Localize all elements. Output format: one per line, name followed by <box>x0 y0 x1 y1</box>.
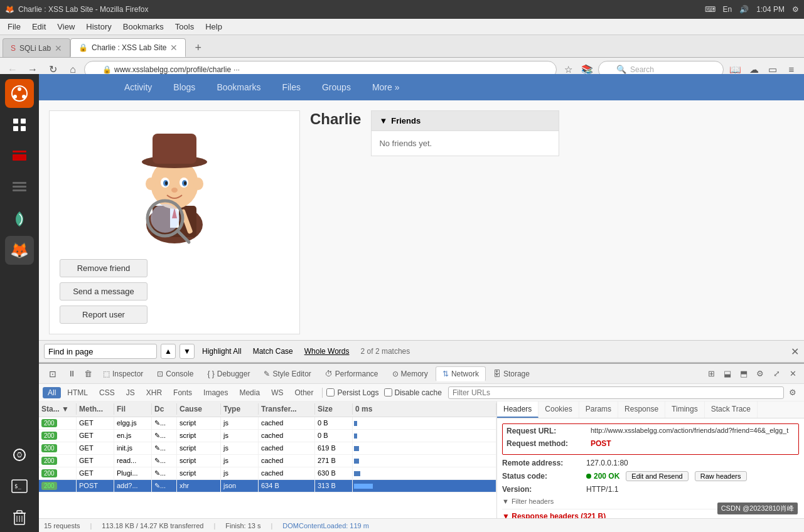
sidebar-icon-2[interactable] <box>5 142 34 171</box>
filter-js[interactable]: JS <box>121 387 140 398</box>
tab-xss[interactable]: 🔒 Charlie : XSS Lab Site ✕ <box>70 38 186 57</box>
sitenav-groups[interactable]: Groups <box>312 77 361 97</box>
menu-bookmarks[interactable]: Bookmarks <box>118 21 169 33</box>
sidebar-firefox-icon[interactable]: 🦊 <box>5 236 34 265</box>
table-row[interactable]: 200 GET en.js ✎... script js cached 0 B <box>39 430 496 442</box>
find-input[interactable] <box>44 344 157 359</box>
devtools-close-icon[interactable]: ✕ <box>785 366 800 381</box>
persist-logs-checkbox[interactable] <box>326 388 335 396</box>
sitenav-bookmarks[interactable]: Bookmarks <box>206 77 271 97</box>
edit-resend-button[interactable]: Edit and Resend <box>626 471 688 481</box>
persist-logs-label[interactable]: Persist Logs <box>326 388 378 397</box>
menu-view[interactable]: View <box>52 21 80 33</box>
devtools-pause-icon[interactable]: ⏸ <box>64 366 79 381</box>
find-close-button[interactable]: ✕ <box>791 346 799 358</box>
match-case-option[interactable]: Match Case <box>249 346 297 357</box>
col-file[interactable]: Fil <box>114 403 152 415</box>
find-next-button[interactable]: ▼ <box>180 344 195 359</box>
devtools-tab-debugger[interactable]: { } Debugger <box>201 367 256 381</box>
filter-css[interactable]: CSS <box>94 387 120 398</box>
devtools-tab-inspector[interactable]: ⬚ Inspector <box>97 367 149 381</box>
devtools-dock-side-icon[interactable]: ⬒ <box>736 366 751 381</box>
filter-xhr[interactable]: XHR <box>141 387 167 398</box>
send-message-button[interactable]: Send a message <box>60 282 147 301</box>
col-size[interactable]: Size <box>315 403 353 415</box>
table-row[interactable]: 200 GET read... ✎... script js cached 27… <box>39 455 496 467</box>
devtools-split-icon[interactable]: ⊞ <box>704 366 719 381</box>
new-tab-button[interactable]: + <box>188 39 208 57</box>
sidebar-ubuntu-icon[interactable] <box>5 79 34 108</box>
devtools-tab-storage[interactable]: 🗄 Storage <box>487 367 536 381</box>
remote-address-label: Remote address: <box>502 459 584 467</box>
col-type[interactable]: Type <box>221 403 259 415</box>
devtools-tab-memory[interactable]: ⊙ Memory <box>386 367 434 381</box>
remove-friend-button[interactable]: Remove friend <box>60 259 147 277</box>
table-row[interactable]: 200 GET init.js ✎... script js cached 61… <box>39 442 496 455</box>
svg-rect-5 <box>21 119 26 124</box>
menu-history[interactable]: History <box>81 21 116 33</box>
details-tab-response[interactable]: Response <box>618 402 665 418</box>
filter-fonts[interactable]: Fonts <box>168 387 197 398</box>
sidebar-icon-3[interactable] <box>5 173 34 202</box>
request-method-label: Request method: <box>507 439 588 448</box>
filter-media[interactable]: Media <box>234 387 265 398</box>
menu-file[interactable]: File <box>3 21 26 33</box>
filter-images[interactable]: Images <box>198 387 233 398</box>
col-transfer[interactable]: Transfer... <box>259 403 315 415</box>
filter-html[interactable]: HTML <box>62 387 93 398</box>
highlight-all-option[interactable]: Highlight All <box>198 346 245 357</box>
sidebar-tools-icon[interactable] <box>5 440 34 469</box>
col-method[interactable]: Meth... <box>77 403 114 415</box>
devtools-tab-network[interactable]: ⇅ Network <box>436 366 486 381</box>
sidebar-wireshark-icon[interactable] <box>5 205 34 233</box>
devtools-tab-style-editor[interactable]: ✎ Style Editor <box>257 367 317 381</box>
filter-urls-input[interactable] <box>448 386 784 399</box>
devtools-toggle-icon[interactable]: ⊡ <box>43 366 63 381</box>
sidebar-terminal-icon[interactable]: $_ <box>5 472 34 501</box>
profile-card: Remove friend Send a message Report user <box>49 110 300 334</box>
details-tab-stack-trace[interactable]: Stack Trace <box>705 402 758 418</box>
filter-ws[interactable]: WS <box>266 387 288 398</box>
col-cause[interactable]: Cause <box>177 403 221 415</box>
details-tab-params[interactable]: Params <box>579 402 618 418</box>
devtools-fullscreen-icon[interactable]: ⤢ <box>769 366 784 381</box>
sidebar-icon-1[interactable] <box>5 110 34 139</box>
sitenav-more[interactable]: More » <box>362 77 410 97</box>
col-dc[interactable]: Dc <box>152 403 177 415</box>
menu-help[interactable]: Help <box>200 21 227 33</box>
sitenav-activity[interactable]: Activity <box>114 77 162 97</box>
sitenav-blogs[interactable]: Blogs <box>163 77 205 97</box>
disable-cache-checkbox[interactable] <box>384 388 392 396</box>
svg-rect-30 <box>153 134 196 164</box>
filter-other[interactable]: Other <box>289 387 318 398</box>
raw-headers-button[interactable]: Raw headers <box>695 471 747 481</box>
url-options-icon[interactable]: ··· <box>233 65 240 74</box>
details-tab-cookies[interactable]: Cookies <box>539 402 579 418</box>
devtools-tab-console[interactable]: ⊡ Console <box>151 367 200 381</box>
devtools-trash-icon[interactable]: 🗑 <box>80 366 95 381</box>
col-status[interactable]: Sta... ▼ <box>39 403 77 415</box>
whole-words-option[interactable]: Whole Words <box>301 346 353 357</box>
devtools-dock-bottom-icon[interactable]: ⬓ <box>720 366 735 381</box>
filter-all[interactable]: All <box>43 387 61 398</box>
find-prev-button[interactable]: ▲ <box>161 344 176 359</box>
tab-xss-close[interactable]: ✕ <box>170 43 178 53</box>
tab-sqli-close[interactable]: ✕ <box>55 43 62 53</box>
devtools-tab-performance[interactable]: ⏱ Performance <box>319 367 385 381</box>
status-sep-2: | <box>213 522 215 529</box>
report-user-button[interactable]: Report user <box>60 306 147 324</box>
filter-options-icon[interactable]: ⚙ <box>785 385 800 400</box>
devtools-settings-icon[interactable]: ⚙ <box>753 366 768 381</box>
table-row[interactable]: 200 GET Plugi... ✎... script js cached 6… <box>39 467 496 480</box>
tab-sqli[interactable]: S SQLi Lab ✕ <box>3 38 70 57</box>
menu-tools[interactable]: Tools <box>170 21 199 33</box>
disable-cache-label[interactable]: Disable cache <box>384 388 442 397</box>
details-tab-timings[interactable]: Timings <box>665 402 705 418</box>
menu-edit[interactable]: Edit <box>27 21 51 33</box>
table-row-selected[interactable]: 200 POST add?... ✎... xhr json 634 B 313… <box>39 480 496 492</box>
sitenav-files[interactable]: Files <box>272 77 311 97</box>
sidebar-trash-icon[interactable] <box>5 503 34 532</box>
table-row[interactable]: 200 GET elgg.js ✎... script js cached 0 … <box>39 417 496 430</box>
col-timing[interactable]: 0 ms <box>353 403 496 415</box>
details-tab-headers[interactable]: Headers <box>497 402 539 418</box>
